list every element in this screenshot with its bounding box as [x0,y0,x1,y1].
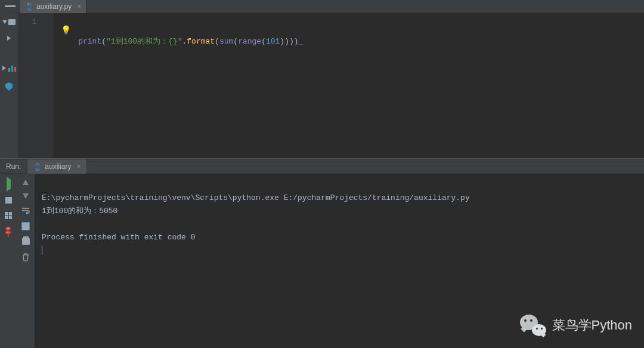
console-line: Process finished with exit code 0 [42,233,195,242]
token-paren: ( [101,37,106,46]
layout-icon[interactable] [5,212,12,219]
trash-icon[interactable] [22,253,29,261]
line-number-gutter: 1 [18,13,54,158]
file-tab-name: auxiliary.py [36,2,72,11]
token-format: format [187,37,215,46]
eol-mark: _ [299,37,304,46]
editor-tab-bar: auxiliary.py × [0,0,644,13]
lightbulb-icon[interactable]: 💡 [61,25,71,35]
token-sum: sum [219,37,233,46]
run-label: Run: [0,162,27,171]
file-tab[interactable]: auxiliary.py × [20,0,86,13]
svg-point-1 [30,8,31,10]
cursor-icon [42,245,42,255]
print-icon[interactable] [22,238,30,245]
pin-icon[interactable]: 📌 [2,226,16,239]
run-toolbar-right [17,174,35,348]
python-file-icon [25,2,33,11]
token-paren: ( [233,37,238,46]
console-line: E:\pycharmProjects\training\venv\Scripts… [42,193,470,202]
scroll-to-end-icon[interactable] [22,223,29,230]
python-file-icon [33,162,42,171]
token-range: range [238,37,261,46]
watermark: 菜鸟学Python [520,315,633,336]
close-tab-icon[interactable]: × [76,162,80,171]
run-config-tab[interactable]: auxiliary × [27,159,87,174]
token-paren: ( [261,37,266,46]
token-string: "1到100的和为：{}" [106,37,182,46]
watermark-text: 菜鸟学Python [552,316,633,334]
run-panel-header: Run: auxiliary × [0,159,644,174]
minimize-icon[interactable] [5,5,16,7]
line-number: 1 [18,18,36,26]
svg-point-0 [27,3,29,4]
up-arrow-icon[interactable] [23,180,29,185]
close-tab-icon[interactable]: × [77,2,81,11]
editor-area: 1 💡 print("1到100的和为：{}".format(sum(range… [0,13,644,158]
token-paren: )))) [280,37,298,46]
token-paren: ( [215,37,219,46]
wechat-icon [520,315,546,336]
project-toggle-icon[interactable] [2,19,16,25]
console-line: 1到100的和为：5050 [42,207,117,215]
stop-icon[interactable] [5,197,12,204]
shield-icon[interactable] [5,82,13,91]
run-gutter-icon[interactable] [7,36,11,41]
token-print: print [78,37,101,46]
code-editor[interactable]: 💡 print("1到100的和为：{}".format(sum(range(1… [54,13,644,158]
run-tab-name: auxiliary [45,162,71,171]
run-icon[interactable] [7,180,11,189]
stats-icon[interactable] [2,64,16,72]
left-tool-strip [0,13,18,158]
run-toolbar-left: 📌 [0,174,17,348]
soft-wrap-icon[interactable] [21,207,30,214]
down-arrow-icon[interactable] [23,193,29,199]
token-number: 101 [266,37,280,46]
